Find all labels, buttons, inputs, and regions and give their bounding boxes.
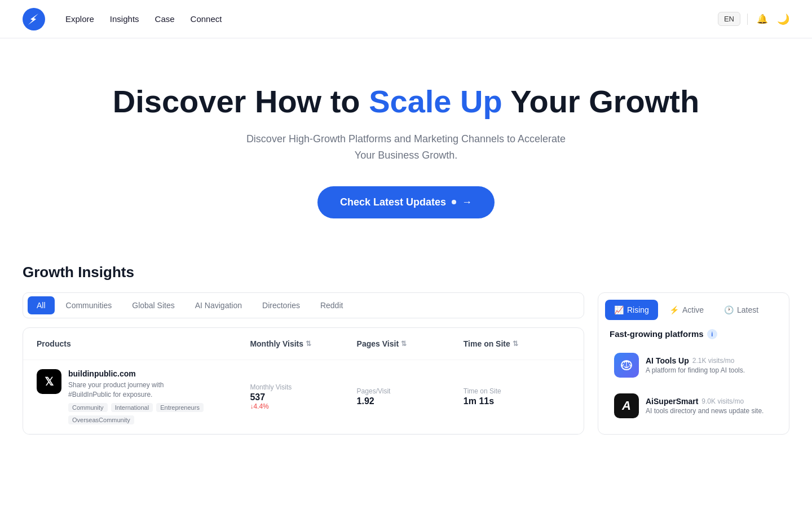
tag-international: International bbox=[111, 403, 153, 412]
x-letter: 𝕏 bbox=[45, 375, 54, 388]
active-icon: ⚡ bbox=[669, 305, 679, 314]
fast-growing-header: Fast-growing platforms i bbox=[598, 320, 789, 346]
platform-info-0: AI Tools Up 2.1K visits/mo A platform fo… bbox=[646, 356, 745, 374]
col-monthly-visits[interactable]: Monthly Visits ⇅ bbox=[250, 339, 356, 348]
latest-icon: 🕐 bbox=[724, 305, 734, 314]
sort-icon-time: ⇅ bbox=[513, 340, 518, 348]
tab-all[interactable]: All bbox=[28, 296, 55, 314]
stat-change: ↓4.4% bbox=[250, 402, 356, 410]
right-tab-rising-label: Rising bbox=[627, 305, 649, 314]
nav-left: Explore Insights Case Connect bbox=[23, 8, 222, 30]
stat-pages-value: 1.92 bbox=[357, 396, 464, 406]
platform-visits-0: 2.1K visits/mo bbox=[692, 357, 735, 365]
right-tab-active-label: Active bbox=[682, 305, 704, 314]
language-button[interactable]: EN bbox=[718, 12, 740, 26]
hero-title-highlight: Scale Up bbox=[369, 84, 502, 119]
nav-link-explore[interactable]: Explore bbox=[65, 14, 94, 24]
platform-name-1: AiSuperSmart 9.0K visits/mo bbox=[646, 397, 764, 406]
platform-item-1: A AiSuperSmart 9.0K visits/mo AI tools d… bbox=[607, 387, 780, 425]
product-info: 𝕏 buildinpublic.com Share your product j… bbox=[37, 369, 250, 424]
cta-button[interactable]: Check Latest Updates → bbox=[317, 186, 495, 218]
section-title: Growth Insights bbox=[23, 264, 789, 281]
col-time-on-site[interactable]: Time on Site ⇅ bbox=[464, 339, 570, 348]
cta-dot bbox=[452, 200, 456, 204]
table-card: Products Monthly Visits ⇅ Pages Visit ⇅ … bbox=[23, 327, 584, 435]
right-tab-bar: 📈 Rising ⚡ Active 🕐 Latest bbox=[598, 293, 789, 320]
col-pages-visit[interactable]: Pages Visit ⇅ bbox=[357, 339, 464, 348]
col-pages-visit-label: Pages Visit bbox=[357, 339, 399, 348]
notification-button[interactable]: 🔔 bbox=[754, 11, 770, 27]
brain-svg bbox=[619, 357, 634, 373]
insights-layout: All Communities Global Sites AI Navigati… bbox=[23, 292, 789, 435]
right-panel: 📈 Rising ⚡ Active 🕐 Latest Fast-growing … bbox=[598, 292, 789, 435]
left-panel: All Communities Global Sites AI Navigati… bbox=[23, 292, 584, 435]
nav-divider bbox=[747, 14, 748, 25]
hero-section: Discover How to Scale Up Your Growth Dis… bbox=[0, 38, 812, 252]
tab-reddit[interactable]: Reddit bbox=[311, 296, 352, 314]
dark-mode-button[interactable]: 🌙 bbox=[777, 13, 789, 25]
right-tab-active[interactable]: ⚡ Active bbox=[660, 300, 713, 320]
platform-name-0: AI Tools Up 2.1K visits/mo bbox=[646, 356, 745, 365]
logo-icon bbox=[23, 8, 45, 30]
product-tags: Community International Entrepreneurs Ov… bbox=[68, 403, 250, 424]
tag-entrepreneurs: Entrepreneurs bbox=[156, 403, 204, 412]
info-icon: i bbox=[707, 329, 717, 339]
hero-subtitle: Discover High-Growth Platforms and Marke… bbox=[237, 131, 575, 164]
tab-global-sites[interactable]: Global Sites bbox=[123, 296, 183, 314]
cta-arrow: → bbox=[462, 196, 472, 208]
stat-time-on-site: Time on Site 1m 11s bbox=[464, 387, 570, 406]
platform-visits-1: 9.0K visits/mo bbox=[701, 397, 744, 405]
tag-community: Community bbox=[68, 403, 108, 412]
stat-monthly-visits: Monthly Visits 537 ↓4.4% bbox=[250, 383, 356, 410]
stat-monthly-visits-label: Monthly Visits bbox=[250, 383, 356, 391]
product-text: buildinpublic.com Share your product jou… bbox=[68, 369, 250, 424]
nav-link-connect[interactable]: Connect bbox=[191, 14, 222, 24]
navbar: Explore Insights Case Connect EN 🔔 🌙 bbox=[0, 0, 812, 38]
tab-directories[interactable]: Directories bbox=[253, 296, 309, 314]
cta-label: Check Latest Updates bbox=[340, 196, 446, 208]
stat-pages-visit: Pages/Visit 1.92 bbox=[357, 387, 464, 406]
hero-title-end: Your Growth bbox=[502, 84, 699, 119]
rising-icon: 📈 bbox=[614, 305, 624, 314]
nav-link-case[interactable]: Case bbox=[155, 14, 175, 24]
right-card: 📈 Rising ⚡ Active 🕐 Latest Fast-growing … bbox=[598, 292, 789, 435]
hero-title-start: Discover How to bbox=[113, 84, 369, 119]
hero-title: Discover How to Scale Up Your Growth bbox=[23, 84, 789, 120]
nav-links: Explore Insights Case Connect bbox=[65, 14, 222, 24]
platform-logo-0 bbox=[614, 353, 639, 378]
nav-right: EN 🔔 🌙 bbox=[718, 11, 789, 27]
platform-desc-0: A platform for finding top AI tools. bbox=[646, 366, 745, 374]
right-tab-rising[interactable]: 📈 Rising bbox=[605, 300, 658, 320]
right-tab-latest-label: Latest bbox=[737, 305, 758, 314]
col-products: Products bbox=[37, 339, 250, 348]
nav-link-insights[interactable]: Insights bbox=[110, 14, 139, 24]
nav-logo bbox=[23, 8, 45, 30]
table-header: Products Monthly Visits ⇅ Pages Visit ⇅ … bbox=[23, 328, 584, 360]
col-time-on-site-label: Time on Site bbox=[464, 339, 510, 348]
stat-time-value: 1m 11s bbox=[464, 396, 570, 406]
insights-section: Growth Insights All Communities Global S… bbox=[0, 252, 812, 457]
product-description: Share your product journey with #BuildIn… bbox=[68, 380, 192, 400]
platform-item-0: AI Tools Up 2.1K visits/mo A platform fo… bbox=[607, 346, 780, 384]
tab-bar: All Communities Global Sites AI Navigati… bbox=[23, 292, 584, 318]
platform-info-1: AiSuperSmart 9.0K visits/mo AI tools dir… bbox=[646, 397, 764, 415]
fast-growing-label: Fast-growing platforms bbox=[610, 329, 704, 339]
tab-communities[interactable]: Communities bbox=[57, 296, 121, 314]
tag-overseas: OverseasCommunity bbox=[68, 415, 134, 424]
tab-ai-navigation[interactable]: AI Navigation bbox=[186, 296, 251, 314]
platform-list: AI Tools Up 2.1K visits/mo A platform fo… bbox=[598, 346, 789, 434]
product-icon: 𝕏 bbox=[37, 369, 61, 394]
a-letter-icon: A bbox=[622, 398, 631, 413]
table-row: 𝕏 buildinpublic.com Share your product j… bbox=[23, 360, 584, 434]
right-tab-latest[interactable]: 🕐 Latest bbox=[715, 300, 767, 320]
product-name: buildinpublic.com bbox=[68, 369, 250, 378]
sort-icon-pages: ⇅ bbox=[401, 340, 407, 348]
stat-pages-label: Pages/Visit bbox=[357, 387, 464, 395]
platform-desc-1: AI tools directory and news update site. bbox=[646, 407, 764, 415]
sort-icon-visits: ⇅ bbox=[306, 340, 311, 348]
stat-monthly-visits-value: 537 bbox=[250, 392, 356, 402]
table-body: 𝕏 buildinpublic.com Share your product j… bbox=[23, 360, 584, 434]
platform-logo-1: A bbox=[614, 393, 639, 418]
stat-time-label: Time on Site bbox=[464, 387, 570, 395]
col-monthly-visits-label: Monthly Visits bbox=[250, 339, 303, 348]
